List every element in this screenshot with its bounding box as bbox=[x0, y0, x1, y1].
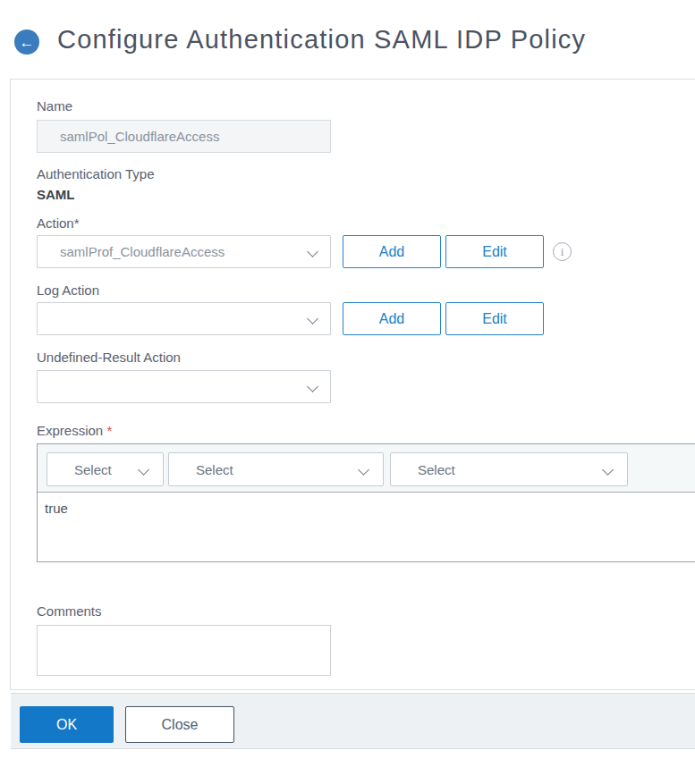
info-icon[interactable]: i bbox=[553, 242, 572, 261]
comments-input[interactable] bbox=[37, 625, 331, 676]
form-panel: Name Authentication Type SAML Action* sa… bbox=[10, 79, 695, 690]
action-edit-button[interactable]: Edit bbox=[445, 235, 544, 268]
chevron-down-icon bbox=[307, 381, 318, 392]
expression-select-1[interactable]: Select bbox=[47, 452, 164, 486]
close-button[interactable]: Close bbox=[125, 706, 234, 743]
back-arrow-icon: ← bbox=[20, 35, 35, 50]
action-select[interactable]: samlProf_CloudflareAccess bbox=[37, 235, 331, 268]
expression-input[interactable]: true bbox=[38, 493, 695, 561]
undefined-result-action-label: Undefined-Result Action bbox=[37, 350, 181, 365]
action-add-button[interactable]: Add bbox=[343, 235, 441, 268]
chevron-down-icon bbox=[602, 464, 614, 476]
log-action-label: Log Action bbox=[37, 282, 99, 298]
action-select-value: samlProf_CloudflareAccess bbox=[60, 244, 225, 259]
comments-label: Comments bbox=[37, 603, 102, 619]
ok-button[interactable]: OK bbox=[20, 706, 114, 743]
required-asterisk: * bbox=[106, 423, 112, 438]
action-label: Action* bbox=[37, 215, 80, 231]
undefined-result-action-select[interactable] bbox=[37, 370, 331, 403]
log-action-edit-button[interactable]: Edit bbox=[445, 302, 544, 335]
name-label: Name bbox=[37, 98, 72, 114]
auth-type-value: SAML bbox=[37, 187, 75, 202]
expression-select-2[interactable]: Select bbox=[168, 452, 384, 486]
back-button[interactable]: ← bbox=[14, 30, 39, 55]
log-action-add-button[interactable]: Add bbox=[343, 302, 441, 335]
dialog-configure-saml-idp-policy: ← Configure Authentication SAML IDP Poli… bbox=[0, 0, 695, 784]
expression-builder: Select Select Select true bbox=[37, 443, 695, 562]
chevron-down-icon bbox=[307, 246, 318, 257]
auth-type-label: Authentication Type bbox=[37, 166, 154, 181]
log-action-select[interactable] bbox=[37, 302, 331, 335]
chevron-down-icon bbox=[138, 464, 149, 476]
chevron-down-icon bbox=[307, 313, 318, 325]
expression-toolbar: Select Select Select bbox=[38, 444, 695, 493]
dialog-footer: OK Close bbox=[11, 693, 695, 749]
name-input[interactable] bbox=[37, 120, 331, 153]
page-title: Configure Authentication SAML IDP Policy bbox=[57, 25, 586, 55]
expression-label: Expression * bbox=[37, 423, 112, 438]
expression-select-3[interactable]: Select bbox=[390, 452, 628, 486]
chevron-down-icon bbox=[358, 464, 369, 476]
